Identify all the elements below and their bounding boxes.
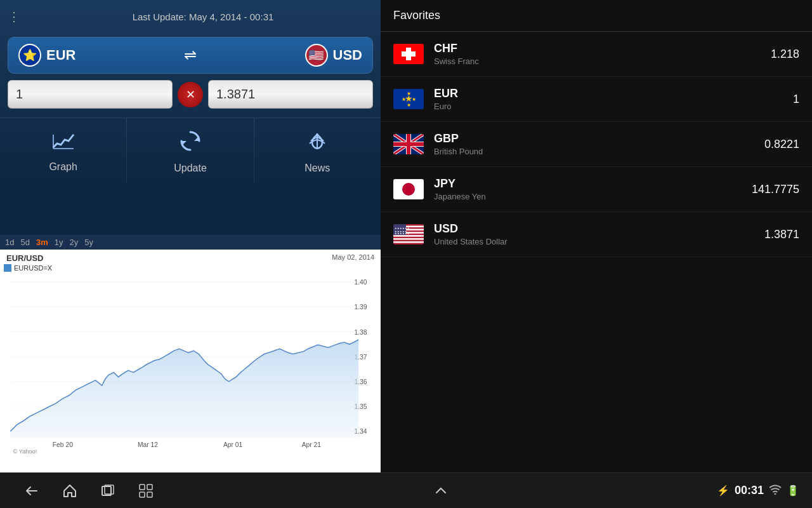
- svg-text:© Yahoo!: © Yahoo!: [13, 448, 37, 455]
- svg-text:Feb 20: Feb 20: [53, 441, 73, 448]
- usd-code: USD: [434, 222, 754, 236]
- svg-text:★: ★: [407, 102, 411, 108]
- menu-icon[interactable]: ⋮: [8, 9, 20, 24]
- favorite-item-gbp[interactable]: GBP British Pound 0.8221: [381, 122, 812, 167]
- update-button[interactable]: Update: [127, 117, 254, 183]
- chf-flag: [393, 44, 424, 64]
- left-panel: ⋮ Last Update: May 4, 2014 - 00:31 ⭐ EUR…: [0, 0, 381, 483]
- chart-container: EUR/USD May 02, 2014 EURUSD=X 1.40 1.39 …: [0, 250, 381, 465]
- svg-rect-60: [140, 492, 145, 497]
- svg-rect-61: [147, 492, 152, 497]
- range-5d[interactable]: 5d: [20, 237, 29, 247]
- usd-info: USD United States Dollar: [434, 222, 754, 246]
- swap-icon[interactable]: ⇌: [184, 46, 197, 64]
- svg-text:1.40: 1.40: [354, 279, 367, 286]
- chart-date-label: May 02, 2014: [332, 253, 374, 263]
- battery-icon: 🔋: [787, 485, 799, 497]
- status-time: 00:31: [735, 484, 764, 497]
- svg-text:★: ★: [402, 97, 406, 102]
- svg-text:1.38: 1.38: [354, 329, 367, 336]
- svg-text:1.39: 1.39: [354, 304, 367, 311]
- wifi-icon: [769, 485, 782, 497]
- chf-name: Swiss Franc: [434, 57, 761, 66]
- update-icon: [179, 130, 202, 157]
- from-currency[interactable]: ⭐ EUR: [18, 44, 75, 67]
- svg-text:★: ★: [407, 91, 411, 97]
- usd-name: United States Dollar: [434, 237, 754, 246]
- svg-rect-27: [402, 51, 416, 57]
- currency-selector[interactable]: ⭐ EUR ⇌ 🇺🇸 USD: [8, 37, 373, 74]
- range-1d[interactable]: 1d: [5, 237, 14, 247]
- svg-rect-59: [147, 485, 152, 490]
- gbp-flag: [393, 134, 424, 154]
- svg-text:Mar 12: Mar 12: [138, 441, 158, 448]
- jpy-info: JPY Japanese Yen: [434, 177, 742, 201]
- range-3m[interactable]: 3m: [36, 237, 48, 247]
- recents-button[interactable]: [89, 477, 127, 505]
- favorite-item-chf[interactable]: CHF Swiss Franc 1.218: [381, 32, 812, 77]
- jpy-rate: 141.7775: [752, 183, 799, 196]
- eur-code: EUR: [434, 87, 783, 100]
- favorite-item-eur[interactable]: ★ ★ ★ ★ ★ EUR Euro 1: [381, 77, 812, 122]
- chf-info: CHF Swiss Franc: [434, 42, 761, 66]
- usd-rate: 1.3871: [764, 228, 799, 241]
- chart-legend: EURUSD=X: [4, 264, 377, 272]
- range-1y[interactable]: 1y: [55, 237, 63, 247]
- gbp-rate: 0.8221: [764, 138, 799, 151]
- range-5y[interactable]: 5y: [84, 237, 93, 247]
- right-panel: Favorites CHF Swiss Franc 1.218 ★ ★ ★ ★: [381, 0, 812, 483]
- jpy-code: JPY: [434, 177, 742, 190]
- graph-label: Graph: [49, 161, 77, 173]
- usb-icon: ⚡: [717, 485, 730, 497]
- svg-text:★: ★: [412, 97, 416, 102]
- chart-title-row: EUR/USD May 02, 2014: [4, 252, 377, 264]
- svg-rect-51: [393, 241, 424, 243]
- graph-icon: [52, 131, 75, 156]
- bottom-bar: ⚡ 00:31 🔋: [0, 472, 812, 508]
- svg-point-62: [775, 493, 776, 495]
- graph-button[interactable]: Graph: [0, 117, 127, 183]
- eur-flag: ⭐: [18, 44, 41, 67]
- time-range-bar: 1d 5d 3m 1y 2y 5y: [0, 235, 381, 250]
- clear-button[interactable]: ✕: [178, 82, 203, 107]
- update-label: Update: [174, 163, 207, 174]
- chart-area: 1d 5d 3m 1y 2y 5y EUR/USD May 02, 2014 E…: [0, 235, 381, 483]
- svg-rect-42: [393, 142, 424, 146]
- favorites-header: Favorites: [381, 0, 812, 32]
- range-2y[interactable]: 2y: [69, 237, 78, 247]
- eur-name: Euro: [434, 102, 783, 111]
- usd-flag-fav: ★★★★★★ ★★★★★ ★★★★★★: [393, 224, 424, 244]
- home-button[interactable]: [51, 477, 89, 505]
- to-currency-code: USD: [333, 47, 362, 64]
- jpy-name: Japanese Yen: [434, 192, 742, 201]
- back-button[interactable]: [13, 477, 51, 505]
- last-update-text: Last Update: May 4, 2014 - 00:31: [33, 11, 373, 22]
- favorite-item-usd[interactable]: ★★★★★★ ★★★★★ ★★★★★★ USD United States Do…: [381, 212, 812, 257]
- apps-button[interactable]: [127, 477, 165, 505]
- top-bar: ⋮ Last Update: May 4, 2014 - 00:31: [0, 0, 381, 33]
- favorite-item-jpy[interactable]: JPY Japanese Yen 141.7775: [381, 167, 812, 212]
- gbp-info: GBP British Pound: [434, 132, 754, 156]
- to-amount-input[interactable]: 1.3871: [208, 80, 373, 109]
- chart-svg-wrapper: 1.40 1.39 1.38 1.37 1.36 1.35 1.34: [4, 272, 377, 456]
- news-button[interactable]: News: [254, 117, 381, 183]
- svg-text:★★★★★★: ★★★★★★: [395, 232, 410, 235]
- up-button[interactable]: [422, 477, 460, 505]
- legend-color-box: [4, 264, 11, 272]
- svg-text:Apr 01: Apr 01: [223, 441, 243, 448]
- to-currency[interactable]: 🇺🇸 USD: [305, 44, 362, 67]
- svg-rect-49: [393, 235, 424, 236]
- eur-info: EUR Euro: [434, 87, 783, 111]
- news-icon: [306, 130, 329, 157]
- action-buttons: Graph Update: [0, 117, 381, 183]
- eur-flag-fav: ★ ★ ★ ★ ★: [393, 89, 424, 109]
- chf-rate: 1.218: [771, 48, 799, 61]
- svg-rect-58: [140, 485, 145, 490]
- from-amount-input[interactable]: 1: [8, 80, 173, 109]
- chart-legend-label: EURUSD=X: [14, 264, 52, 272]
- usd-flag: 🇺🇸: [305, 44, 328, 67]
- chf-code: CHF: [434, 42, 761, 55]
- chart-pair-title: EUR/USD: [6, 253, 44, 263]
- gbp-name: British Pound: [434, 147, 754, 156]
- eur-rate: 1: [793, 93, 799, 106]
